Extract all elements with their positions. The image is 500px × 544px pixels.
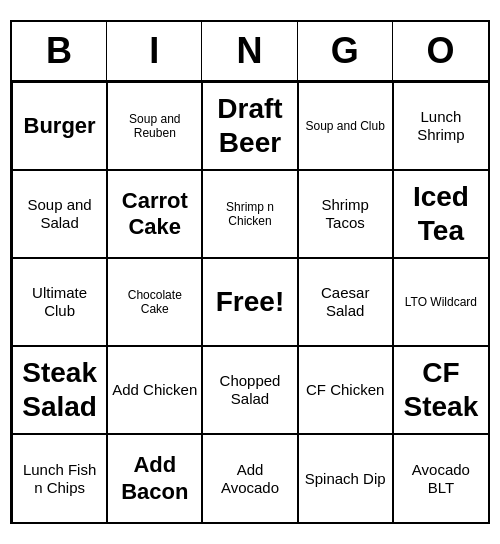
bingo-cell-9: Iced Tea <box>393 170 488 258</box>
bingo-cell-24: Avocado BLT <box>393 434 488 522</box>
bingo-cell-21: Add Bacon <box>107 434 202 522</box>
bingo-cell-4: Lunch Shrimp <box>393 82 488 170</box>
bingo-cell-19: CF Steak <box>393 346 488 434</box>
bingo-cell-15: Steak Salad <box>12 346 107 434</box>
bingo-grid: BurgerSoup and ReubenDraft BeerSoup and … <box>12 82 488 522</box>
header-letter-O: O <box>393 22 488 80</box>
bingo-cell-6: Carrot Cake <box>107 170 202 258</box>
bingo-cell-12: Free! <box>202 258 297 346</box>
header-letter-G: G <box>298 22 393 80</box>
bingo-cell-0: Burger <box>12 82 107 170</box>
bingo-cell-18: CF Chicken <box>298 346 393 434</box>
bingo-cell-17: Chopped Salad <box>202 346 297 434</box>
bingo-cell-8: Shrimp Tacos <box>298 170 393 258</box>
bingo-cell-16: Add Chicken <box>107 346 202 434</box>
bingo-cell-2: Draft Beer <box>202 82 297 170</box>
bingo-cell-14: LTO Wildcard <box>393 258 488 346</box>
bingo-cell-23: Spinach Dip <box>298 434 393 522</box>
bingo-cell-7: Shrimp n Chicken <box>202 170 297 258</box>
bingo-cell-1: Soup and Reuben <box>107 82 202 170</box>
bingo-cell-3: Soup and Club <box>298 82 393 170</box>
bingo-cell-22: Add Avocado <box>202 434 297 522</box>
bingo-card: BINGO BurgerSoup and ReubenDraft BeerSou… <box>10 20 490 524</box>
bingo-cell-20: Lunch Fish n Chips <box>12 434 107 522</box>
bingo-cell-13: Caesar Salad <box>298 258 393 346</box>
header-letter-N: N <box>202 22 297 80</box>
header-letter-I: I <box>107 22 202 80</box>
bingo-header: BINGO <box>12 22 488 82</box>
bingo-cell-11: Chocolate Cake <box>107 258 202 346</box>
bingo-cell-10: Ultimate Club <box>12 258 107 346</box>
header-letter-B: B <box>12 22 107 80</box>
bingo-cell-5: Soup and Salad <box>12 170 107 258</box>
